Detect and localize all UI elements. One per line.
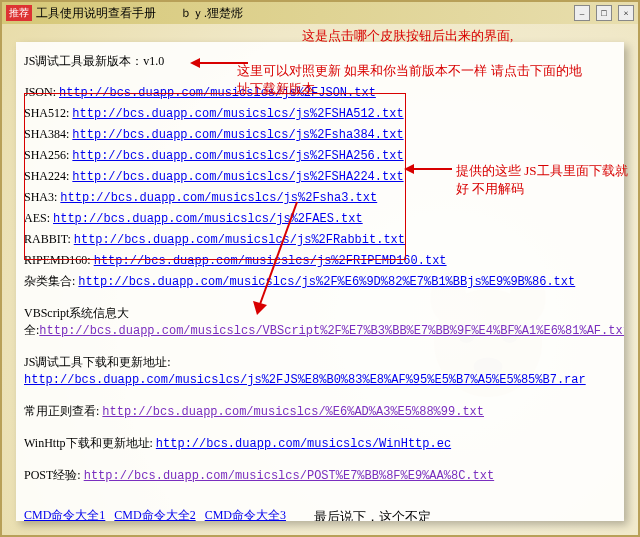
winhttp-label: WinHttp下载和更新地址:: [24, 436, 156, 450]
title-badge: 推荐: [6, 5, 32, 21]
maximize-button[interactable]: □: [596, 5, 612, 21]
annotation-middle-l2: 址下载新版本: [237, 81, 315, 96]
bottom-links: CMD命令大全1 CMD命令大全2 CMD命令大全3 正则表达式口诀 Windo…: [24, 504, 314, 521]
js-download-line: JS调试工具下载和更新地址: http://bcs.duapp.com/musi…: [24, 354, 616, 389]
url-list-label: SHA3:: [24, 190, 60, 204]
url-list-item: SHA384: http://bcs.duapp.com/musicslcs/j…: [24, 126, 616, 144]
regex-label: 常用正则查看:: [24, 404, 102, 418]
url-list-item: RABBIT: http://bcs.duapp.com/musicslcs/j…: [24, 231, 616, 249]
post-link[interactable]: http://bcs.duapp.com/musicslcs/POST%E7%B…: [84, 469, 494, 483]
url-list-item: SHA512: http://bcs.duapp.com/musicslcs/j…: [24, 105, 616, 123]
bottom-row-1: CMD命令大全1 CMD命令大全2 CMD命令大全3: [24, 507, 314, 521]
annotation-right-l2: 好 不用解码: [456, 181, 524, 196]
annotation-middle: 这里可以对照更新 如果和你当前版本不一样 请点击下面的地 址下载新版本: [237, 62, 582, 98]
title-bar: 推荐 工具使用说明查看手册 ｂｙ.狸楚烿 – □ ×: [2, 2, 638, 24]
url-list-link[interactable]: http://bcs.duapp.com/musicslcs/js%2FRabb…: [74, 233, 405, 247]
post-line: POST经验: http://bcs.duapp.com/musicslcs/P…: [24, 467, 616, 485]
app-window: 推荐 工具使用说明查看手册 ｂｙ.狸楚烿 – □ × 这是点击哪个皮肤按钮后出来…: [0, 0, 640, 537]
js-download-label: JS调试工具下载和更新地址:: [24, 355, 171, 369]
minimize-button[interactable]: –: [574, 5, 590, 21]
url-list-label: SHA384:: [24, 127, 72, 141]
url-list-link[interactable]: http://bcs.duapp.com/musicslcs/js%2FAES.…: [53, 212, 363, 226]
content-panel: JS调试工具最新版本：v1.0 JSON: http://bcs.duapp.c…: [16, 42, 624, 521]
window-title: 工具使用说明查看手册 ｂｙ.狸楚烿: [36, 5, 574, 22]
url-list-link[interactable]: http://bcs.duapp.com/musicslcs/js%2FSHA5…: [72, 107, 403, 121]
vbscript-line: VBScript系统信息大全:http://bcs.duapp.com/musi…: [24, 305, 616, 340]
url-list-label: RIPEMD160:: [24, 253, 94, 267]
url-list-label: SHA256:: [24, 148, 72, 162]
annotation-middle-l1: 这里可以对照更新 如果和你当前版本不一样 请点击下面的地: [237, 63, 582, 78]
url-list-link[interactable]: http://bcs.duapp.com/musicslcs/js%2FSHA2…: [72, 149, 403, 163]
winhttp-link[interactable]: http://bcs.duapp.com/musicslcs/WinHttp.e…: [156, 437, 451, 451]
url-list-label: SHA512:: [24, 106, 72, 120]
window-buttons: – □ ×: [574, 5, 634, 21]
url-list-label: AES:: [24, 211, 53, 225]
regex-line: 常用正则查看: http://bcs.duapp.com/musicslcs/%…: [24, 403, 616, 421]
url-list-label: RABBIT:: [24, 232, 74, 246]
url-list-item: AES: http://bcs.duapp.com/musicslcs/js%2…: [24, 210, 616, 228]
close-button[interactable]: ×: [618, 5, 634, 21]
bottom-section: CMD命令大全1 CMD命令大全2 CMD命令大全3 正则表达式口诀 Windo…: [24, 504, 616, 521]
bottom-link[interactable]: CMD命令大全3: [205, 508, 286, 521]
vbscript-link[interactable]: http://bcs.duapp.com/musicslcs/VBScript%…: [39, 324, 624, 338]
url-list-link[interactable]: http://bcs.duapp.com/musicslcs/js%2FSHA2…: [72, 170, 403, 184]
url-list-label: JSON:: [24, 85, 59, 99]
url-list-link[interactable]: http://bcs.duapp.com/musicslcs/js%2FRIPE…: [94, 254, 447, 268]
url-list-link[interactable]: http://bcs.duapp.com/musicslcs/js%2F%E6%…: [78, 275, 575, 289]
url-list-link[interactable]: http://bcs.duapp.com/musicslcs/js%2Fsha3…: [72, 128, 403, 142]
url-list-label: SHA224:: [24, 169, 72, 183]
url-list-label: 杂类集合:: [24, 274, 78, 288]
annotation-right-l1: 提供的这些 JS工具里面下载就: [456, 163, 628, 178]
url-list-link[interactable]: http://bcs.duapp.com/musicslcs/js%2Fsha3…: [60, 191, 377, 205]
final-note: 最后说下，这个不定时点下右键刷新，有时内容更新了会不立即显示的 需要自己刷新: [314, 504, 616, 521]
winhttp-line: WinHttp下载和更新地址: http://bcs.duapp.com/mus…: [24, 435, 616, 453]
url-list-item: 杂类集合: http://bcs.duapp.com/musicslcs/js%…: [24, 273, 616, 291]
annotation-right: 提供的这些 JS工具里面下载就 好 不用解码: [456, 162, 628, 198]
bottom-link[interactable]: CMD命令大全2: [114, 508, 195, 521]
bottom-link[interactable]: CMD命令大全1: [24, 508, 105, 521]
post-label: POST经验:: [24, 468, 84, 482]
js-download-link[interactable]: http://bcs.duapp.com/musicslcs/js%2FJS%E…: [24, 373, 586, 387]
annotation-top: 这是点击哪个皮肤按钮后出来的界面,: [302, 27, 513, 45]
regex-link[interactable]: http://bcs.duapp.com/musicslcs/%E6%AD%A3…: [102, 405, 484, 419]
url-list-item: RIPEMD160: http://bcs.duapp.com/musicslc…: [24, 252, 616, 270]
